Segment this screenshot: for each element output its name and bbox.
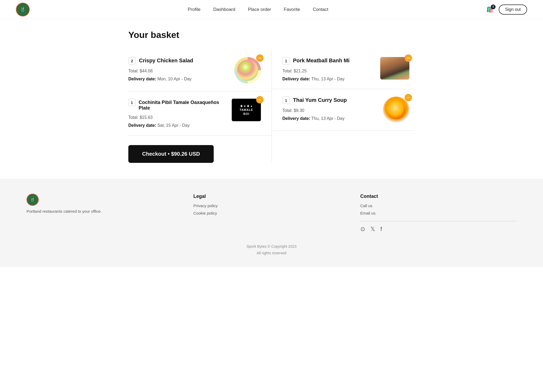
basket-item-3-image-wrap: − ✤ ♥ ✚ ♦TAMALEBOI <box>232 99 261 121</box>
nav-links: Profile Dashboard Place order Favorite C… <box>188 7 328 12</box>
item-4-header: 1 Thai Yum Curry Soup <box>282 97 379 104</box>
checkout-button[interactable]: Checkout • $90.26 USD <box>128 145 214 163</box>
item-3-image: ✤ ♥ ✚ ♦TAMALEBOI <box>232 99 261 121</box>
footer-email-link[interactable]: Email us <box>360 211 376 215</box>
item-1-image <box>234 57 261 84</box>
basket-item-2-details: 1 Pork Meatball Banh Mi Total: $21.25 De… <box>282 57 376 81</box>
item-2-image <box>380 57 409 80</box>
item-1-qty: 2 <box>128 57 136 64</box>
logo[interactable]: 🍴 <box>16 3 30 16</box>
logo-icon: 🍴 <box>16 3 30 16</box>
cart-button[interactable]: 🛍️ 5 <box>486 6 493 13</box>
nav-place-order[interactable]: Place order <box>248 7 271 12</box>
nav-profile[interactable]: Profile <box>188 7 200 12</box>
item-1-name: Crispy Chicken Salad <box>139 58 193 64</box>
item-2-header: 1 Pork Meatball Banh Mi <box>282 57 376 64</box>
cart-badge: 5 <box>491 5 496 9</box>
item-4-name: Thai Yum Curry Soup <box>293 97 347 103</box>
basket-item-3-details: 1 Cochinita Pibil Tamale Oaxaqueños Plat… <box>128 99 227 128</box>
nav-dashboard[interactable]: Dashboard <box>213 7 235 12</box>
facebook-icon[interactable]: f <box>380 226 382 233</box>
basket-grid: 2 Crispy Chicken Salad Total: $44.08 Del… <box>128 50 415 163</box>
basket-left-col: 2 Crispy Chicken Salad Total: $44.08 Del… <box>128 50 272 163</box>
footer-privacy-link[interactable]: Privacy policy <box>193 203 218 208</box>
item-3-delivery: Delivery date: Sat, 15 Apr - Day <box>128 123 227 128</box>
remove-item-4-button[interactable]: − <box>405 94 412 101</box>
footer-logo-icon: 🍴 <box>27 194 39 206</box>
item-3-name: Cochinita Pibil Tamale Oaxaqueños Plate <box>139 100 227 111</box>
basket-item-2-image-wrap: − <box>380 57 409 80</box>
item-2-delivery: Delivery date: Thu, 13 Apr - Day <box>282 77 376 81</box>
footer-tagline: Portland restaurants catered to your off… <box>27 209 183 214</box>
basket-item-4: 1 Thai Yum Curry Soup Total: $9.30 Deliv… <box>272 89 415 131</box>
item-4-image <box>383 97 409 123</box>
page-title: Your basket <box>128 30 415 40</box>
basket-item-2: 1 Pork Meatball Banh Mi Total: $21.25 De… <box>272 50 415 89</box>
footer-legal: Legal Privacy policy Cookie policy <box>193 194 349 233</box>
footer-brand: 🍴 Portland restaurants catered to your o… <box>27 194 183 233</box>
twitter-icon[interactable]: 𝕏 <box>370 226 375 233</box>
footer-cookie-link[interactable]: Cookie policy <box>193 211 217 215</box>
basket-item-4-image-wrap: − <box>383 97 409 123</box>
remove-item-2-button[interactable]: − <box>405 54 412 62</box>
navbar: 🍴 Profile Dashboard Place order Favorite… <box>0 0 543 19</box>
basket-item-4-details: 1 Thai Yum Curry Soup Total: $9.30 Deliv… <box>282 97 379 121</box>
footer-legal-links: Privacy policy Cookie policy <box>193 203 349 216</box>
instagram-icon[interactable]: ⊙ <box>360 226 365 233</box>
signout-button[interactable]: Sign out <box>499 5 527 15</box>
main-content: Your basket 2 Crispy Chicken Salad Total… <box>112 19 431 179</box>
remove-item-1-button[interactable]: − <box>256 54 264 62</box>
basket-item-1-details: 2 Crispy Chicken Salad Total: $44.08 Del… <box>128 57 230 81</box>
item-1-header: 2 Crispy Chicken Salad <box>128 57 230 64</box>
nav-favorite[interactable]: Favorite <box>284 7 300 12</box>
item-4-qty: 1 <box>282 97 290 104</box>
footer-grid: 🍴 Portland restaurants catered to your o… <box>27 194 516 233</box>
basket-item-1-image-wrap: − <box>234 57 261 84</box>
nav-right: 🛍️ 5 Sign out <box>486 5 527 15</box>
footer-legal-title: Legal <box>193 194 349 199</box>
checkout-section: Checkout • $90.26 USD <box>128 136 272 163</box>
remove-item-3-button[interactable]: − <box>256 96 264 103</box>
item-3-qty: 1 <box>128 99 135 106</box>
item-1-delivery: Delivery date: Mon, 10 Apr - Day <box>128 77 230 81</box>
social-icons: ⊙ 𝕏 f <box>360 226 516 233</box>
item-1-total: Total: $44.08 <box>128 69 230 73</box>
footer-logo: 🍴 <box>27 194 183 206</box>
basket-right-col: 1 Pork Meatball Banh Mi Total: $21.25 De… <box>272 50 415 163</box>
footer-call-link[interactable]: Call us <box>360 203 373 208</box>
footer: 🍴 Portland restaurants catered to your o… <box>0 179 543 267</box>
footer-divider <box>360 221 516 221</box>
item-3-header: 1 Cochinita Pibil Tamale Oaxaqueños Plat… <box>128 99 227 111</box>
item-2-total: Total: $21.25 <box>282 69 376 73</box>
footer-contact-title: Contact <box>360 194 516 199</box>
item-2-name: Pork Meatball Banh Mi <box>293 58 349 64</box>
item-2-qty: 1 <box>282 57 290 64</box>
item-3-total: Total: $15.63 <box>128 115 227 120</box>
footer-contact-links: Call us Email us <box>360 203 516 216</box>
nav-contact[interactable]: Contact <box>313 7 329 12</box>
footer-contact: Contact Call us Email us ⊙ 𝕏 f <box>360 194 516 233</box>
item-4-total: Total: $9.30 <box>282 108 379 113</box>
footer-copyright: Spork Bytes © Copyright 2023 All rights … <box>27 243 516 256</box>
item-4-delivery: Delivery date: Thu, 13 Apr - Day <box>282 116 379 121</box>
basket-item-1: 2 Crispy Chicken Salad Total: $44.08 Del… <box>128 50 272 91</box>
basket-item-3: 1 Cochinita Pibil Tamale Oaxaqueños Plat… <box>128 91 272 136</box>
